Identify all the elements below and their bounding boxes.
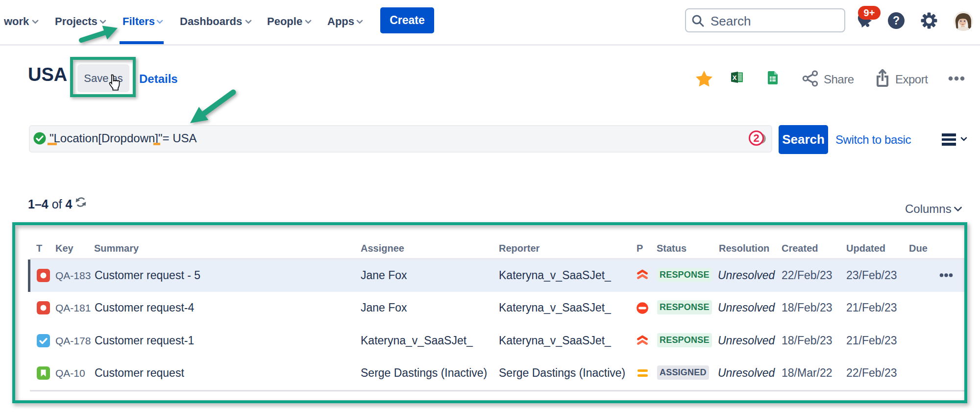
- svg-text:X: X: [733, 74, 737, 81]
